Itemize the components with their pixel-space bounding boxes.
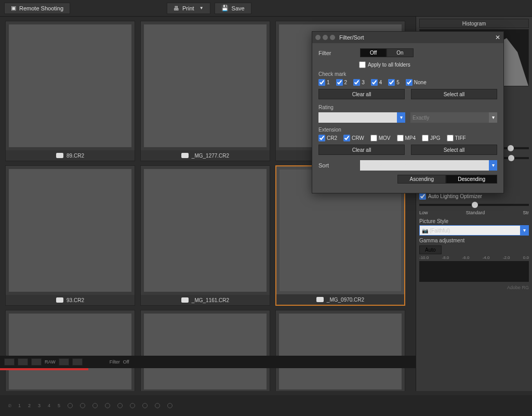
rating-select[interactable]: Select All ▾ — [318, 112, 405, 123]
picture-style-label: Picture Style — [419, 218, 529, 224]
camera-icon: ▣ — [11, 5, 16, 11]
close-icon[interactable]: ✕ — [495, 34, 500, 41]
thumbnail[interactable]: 93.CR2 — [5, 165, 135, 306]
remote-shooting-button[interactable]: ▣ Remote Shooting — [4, 3, 70, 14]
extension-label: Extension — [318, 127, 497, 133]
ext-jpg[interactable]: JPG — [422, 135, 440, 141]
thumbnail-image — [9, 314, 131, 389]
filter-on[interactable]: On — [387, 48, 413, 57]
save-icon: 💾 — [221, 5, 229, 11]
histogram-header: Histogram — [419, 19, 529, 28]
sort-descending[interactable]: Descending — [446, 175, 497, 184]
gamma-curve[interactable] — [419, 261, 529, 282]
scale-standard: Standard — [466, 210, 485, 215]
ext-crw[interactable]: CRW — [343, 135, 364, 141]
thumbnail[interactable]: _MG_1277.CR2 — [140, 21, 270, 161]
filter-off[interactable]: Off — [360, 48, 387, 57]
checkmark-clear-all-button[interactable]: Clear all — [318, 89, 405, 99]
checkmark-2[interactable]: 2 — [336, 79, 348, 86]
chevron-down-icon: ▾ — [489, 160, 497, 171]
sort-ascending[interactable]: Ascending — [397, 175, 446, 184]
marker-icon[interactable] — [105, 403, 110, 408]
marker-icon[interactable] — [167, 403, 172, 408]
save-button[interactable]: 💾 Save — [215, 3, 251, 14]
progress-bar — [0, 368, 88, 370]
thumbnail-image — [144, 169, 267, 292]
view-mode-icon[interactable] — [59, 358, 69, 366]
ext-cr2[interactable]: CR2 — [318, 135, 337, 141]
page-4[interactable]: 4 — [48, 403, 50, 408]
ext-tiff[interactable]: TIFF — [447, 135, 466, 141]
timeline-tool-icon[interactable]: ⎚ — [8, 403, 11, 408]
ext-select-all-button[interactable]: Select all — [411, 145, 497, 155]
marker-icon[interactable] — [92, 403, 98, 408]
ext-mp4[interactable]: MP4 — [397, 135, 416, 141]
checkmark-3[interactable]: 3 — [353, 79, 365, 86]
page-3[interactable]: 3 — [38, 403, 41, 408]
sort-direction[interactable]: Ascending Descending — [397, 175, 497, 184]
marker-icon[interactable] — [80, 403, 85, 408]
gamma-auto-button[interactable]: Auto — [419, 245, 442, 254]
save-label: Save — [232, 5, 245, 11]
filter-toggle[interactable]: Off On — [360, 48, 414, 57]
checkmark-5[interactable]: 5 — [388, 79, 400, 86]
scale-low: Low — [419, 210, 428, 215]
rating-badge — [56, 153, 63, 158]
gamma-label: Gamma adjustment — [419, 238, 529, 243]
filter-status-value: Off — [123, 359, 129, 365]
page-1[interactable]: 1 — [18, 403, 21, 408]
rating-badge — [56, 297, 63, 303]
checkmark-1[interactable]: 1 — [318, 79, 330, 86]
marker-icon[interactable] — [68, 403, 73, 408]
filter-status-label: Filter — [110, 359, 120, 365]
auto-lighting-checkbox[interactable]: Auto Lighting Optimizer — [419, 193, 529, 200]
thumbnail-image — [144, 24, 267, 147]
status-bar: RAW Filter Off — [0, 356, 416, 368]
marker-icon[interactable] — [155, 403, 160, 408]
page-2[interactable]: 2 — [28, 403, 31, 408]
print-label: Print — [182, 5, 194, 11]
colorspace-label: Adobe RG — [419, 285, 529, 290]
checkmark-group: 1 2 3 4 5 None — [318, 79, 497, 86]
ext-clear-all-button[interactable]: Clear all — [318, 145, 405, 155]
marker-icon[interactable] — [130, 403, 135, 408]
dialog-titlebar[interactable]: Filter/Sort ✕ — [312, 32, 503, 43]
thumbnail[interactable] — [140, 310, 270, 391]
page-5[interactable]: 5 — [58, 403, 60, 408]
checkmark-4[interactable]: 4 — [371, 79, 382, 86]
apply-all-checkbox[interactable]: Apply to all folders — [359, 61, 497, 68]
extension-group: CR2 CRW MOV MP4 JPG TIFF — [318, 135, 497, 141]
marker-icon[interactable] — [117, 403, 123, 408]
view-mode-icon[interactable] — [31, 358, 42, 366]
thumbnail[interactable]: _MG_1161.CR2 — [140, 165, 270, 306]
print-button[interactable]: 🖶 Print ▼ — [167, 3, 210, 14]
view-mode-icon[interactable] — [4, 358, 15, 366]
auto-lighting-slider[interactable] — [419, 204, 529, 206]
ext-mov[interactable]: MOV — [370, 135, 391, 141]
rating-badge — [181, 297, 189, 303]
picture-style-select[interactable]: 📷 (Faithful) ▾ — [419, 225, 529, 236]
remote-shooting-label: Remote Shooting — [19, 5, 63, 11]
marker-icon[interactable] — [142, 403, 148, 408]
thumbnail[interactable] — [5, 310, 135, 391]
rating-label: Rating — [318, 105, 497, 110]
thumbnail-filename: _MG_0970.CR2 — [327, 297, 364, 303]
picture-style-value: (Faithful) — [430, 228, 450, 233]
thumbnail[interactable] — [275, 310, 405, 391]
rating-value: Select All — [321, 115, 342, 121]
thumbnail-filename: 93.CR2 — [66, 297, 84, 303]
view-mode-icon[interactable] — [72, 358, 83, 366]
thumbnail-image — [9, 169, 131, 292]
sort-value: Shooting Date/Time — [362, 163, 408, 168]
checkmark-select-all-button[interactable]: Select all — [411, 89, 497, 99]
dialog-title: Filter/Sort — [339, 34, 495, 41]
checkmark-none[interactable]: None — [406, 79, 427, 86]
chevron-down-icon: ▼ — [200, 6, 204, 10]
sort-select[interactable]: Shooting Date/Time ▾ — [360, 160, 497, 171]
window-controls[interactable] — [315, 35, 335, 40]
chevron-down-icon: ▾ — [397, 112, 405, 123]
checkmark-label: Check mark — [318, 71, 497, 77]
view-mode-icon[interactable] — [18, 358, 28, 366]
thumbnail[interactable]: 89.CR2 — [5, 21, 135, 161]
raw-label: RAW — [45, 359, 56, 365]
